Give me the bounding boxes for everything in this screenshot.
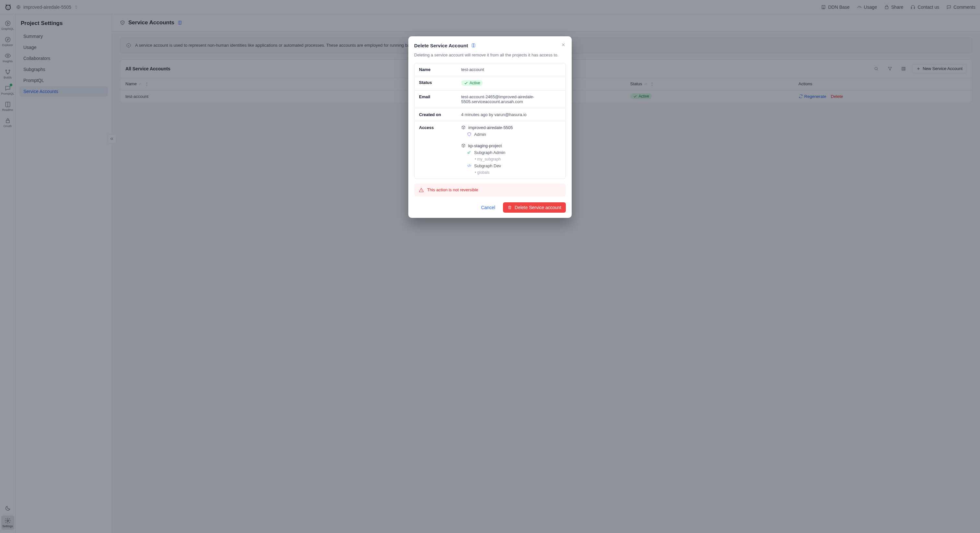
detail-status: Status Active [415,76,565,91]
access-role: Subgraph Admin [467,150,561,155]
modal-subtitle: Deleting a service account will remove i… [408,51,572,63]
delete-modal: Delete Service Account Deleting a servic… [408,36,572,218]
access-project: improved-airedale-5505 [461,125,561,130]
modal-header: Delete Service Account [408,36,572,51]
detail-name: Name test-account [415,63,565,76]
status-badge: Active [461,80,483,86]
access-subgraph: my_subgraph [475,157,561,161]
access-subgraph: globals [475,170,561,175]
detail-email: Email test-account-2465@improved-airedal… [415,91,565,108]
cube-icon [461,125,466,130]
details-card: Name test-account Status Active Email te… [414,63,566,179]
warning-icon [419,187,424,193]
cancel-button[interactable]: Cancel [478,202,498,213]
modal-title: Delete Service Account [414,43,468,48]
shield-icon [467,132,471,137]
access-role: Subgraph Dev [467,163,561,168]
detail-created: Created on 4 minutes ago by varun@hasura… [415,108,565,121]
close-icon [561,42,566,47]
confirm-delete-button[interactable]: Delete Service account [503,202,566,213]
docs-icon[interactable] [471,43,476,48]
cube-icon [461,143,466,148]
warning-banner: This action is not reversible [414,184,566,196]
detail-access: Access improved-airedale-5505 Admin kp-s… [415,121,565,179]
check-icon [464,81,468,85]
modal-footer: Cancel Delete Service account [408,201,572,213]
access-project: kp-staging-project [461,143,561,148]
trash-icon [508,205,512,210]
code-icon [467,163,471,168]
svg-point-18 [468,152,469,154]
close-button[interactable] [561,42,566,49]
access-role: Admin [467,132,561,137]
key-icon [467,150,471,155]
warning-text: This action is not reversible [427,187,478,192]
access-list: improved-airedale-5505 Admin kp-staging-… [461,125,561,175]
